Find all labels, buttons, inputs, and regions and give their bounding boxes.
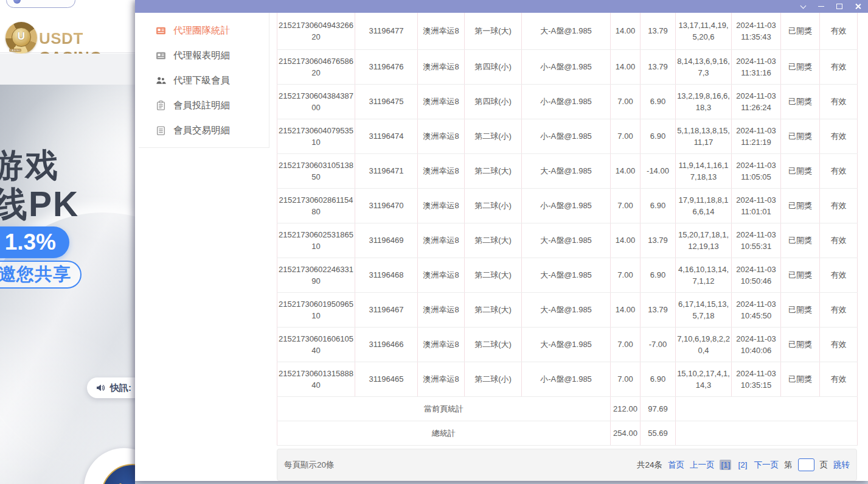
page-jump-input[interactable] [798,458,814,471]
table-row: 215217306013158884031196465澳洲幸运8第二球(小)小-… [277,362,858,396]
bet-amount-cell: 14.00 [611,49,641,84]
bet-content-cell: 小-A盤@1.985 [522,362,611,396]
play-type-cell: 第二球(大) [465,258,522,292]
member-id-cell: 31196471 [355,153,418,188]
bridge-logo-icon [101,464,135,484]
site-header: U CASINO USDT CASINO [0,9,135,53]
valid-status-cell: 有效 [820,188,858,223]
table-row: 215217306046765862031196476澳洲幸运8第四球(小)小-… [277,49,858,84]
win-amount-cell: 6.90 [641,188,676,223]
page-link-1[interactable]: [1] [720,460,731,470]
prev-page-link[interactable]: 上一页 [690,460,715,471]
member-id-cell: 31196467 [355,292,418,327]
clipboard-icon [156,100,166,111]
bet-content-cell: 大-A盤@1.985 [522,223,611,258]
pagination: 共24条 首页 上一页 [1] [2] 下一页 第 页 跳转 [637,458,850,471]
page-summary-row: 當前頁統計 212.00 97.69 [277,396,858,421]
window-body: 代理團隊統計 代理報表明細 代理下級會員 [135,13,868,481]
draw-result-cell: 15,10,2,17,4,1,14,3 [676,362,732,396]
banner-title-line2: 线PK [0,181,79,228]
ticker-label: 快訊: [110,382,131,394]
bet-amount-cell: 7.00 [611,84,641,119]
next-page-link[interactable]: 下一页 [754,460,779,471]
member-id-cell: 31196465 [355,362,418,396]
bet-amount-cell: 7.00 [611,188,641,223]
game-name-cell: 澳洲幸运8 [418,119,465,153]
total-summary-spacer [676,421,858,445]
game-name-cell: 澳洲幸运8 [418,327,465,362]
sidebar-item-agent-downline-members[interactable]: 代理下級會員 [139,68,269,93]
bet-content-cell: 大-A盤@1.985 [522,258,611,292]
play-type-cell: 第二球(大) [465,153,522,188]
draw-status-cell: 已開獎 [781,258,820,292]
sidebar-item-label: 代理下級會員 [173,74,230,87]
order-no-cell: 2152173060195096510 [277,292,355,327]
bet-content-cell: 小-A盤@1.985 [522,119,611,153]
bet-time-cell: 2024-11-03 10:35:15 [732,362,781,396]
page-summary-label: 當前頁統計 [277,396,611,421]
page-link-2[interactable]: [2] [737,460,748,470]
header-sub-band [0,54,135,85]
speaker-icon [95,383,105,393]
game-name-cell: 澳洲幸运8 [418,84,465,119]
window-titlebar[interactable] [135,0,868,13]
bet-table-body: 215217306049432662031196477澳洲幸运8第一球(大)大-… [277,13,858,396]
play-type-cell: 第一球(大) [465,13,522,49]
play-type-cell: 第二球(小) [465,362,522,396]
play-type-cell: 第二球(大) [465,223,522,258]
bet-time-cell: 2024-11-03 11:31:16 [732,49,781,84]
table-row: 215217306043843870031196475澳洲幸运8第四球(小)小-… [277,84,858,119]
valid-status-cell: 有效 [820,292,858,327]
win-amount-cell: 13.79 [641,223,676,258]
draw-result-cell: 13,17,11,4,19,5,20,6 [676,13,732,49]
draw-status-cell: 已開獎 [781,119,820,153]
bet-table-summary: 當前頁統計 212.00 97.69 總統計 254.00 55.69 [277,396,858,445]
agent-report-window: 代理團隊統計 代理報表明細 代理下級會員 [135,0,868,481]
sidebar-item-agent-team-stats[interactable]: 代理團隊統計 [139,18,269,43]
jump-button[interactable]: 跳转 [833,460,850,471]
chevron-down-icon[interactable] [796,0,810,13]
draw-result-cell: 11,9,14,1,16,17,18,13 [676,153,732,188]
bet-content-cell: 小-A盤@1.985 [522,84,611,119]
draw-status-cell: 已開獎 [781,223,820,258]
draw-result-cell: 17,9,11,18,8,16,6,14 [676,188,732,223]
order-no-cell: 2152173060131588840 [277,362,355,396]
bet-amount-cell: 7.00 [611,362,641,396]
member-id-cell: 31196475 [355,84,418,119]
maximize-icon[interactable] [833,0,846,13]
report-card-icon [156,26,166,36]
order-no-cell: 2152173060224633190 [277,258,355,292]
page-summary-bet: 212.00 [611,396,641,421]
win-amount-cell: 6.90 [641,84,676,119]
valid-status-cell: 有效 [820,362,858,396]
bet-amount-cell: 7.00 [611,258,641,292]
sidebar-item-label: 會員交易明細 [173,124,230,137]
total-count-label: 共24条 [637,460,662,471]
sidebar-item-agent-report-detail[interactable]: 代理報表明細 [139,43,269,68]
bet-content-cell: 大-A盤@1.985 [522,153,611,188]
sidebar-item-member-bet-detail[interactable]: 會員投註明細 [139,93,269,118]
game-name-cell: 澳洲幸运8 [418,258,465,292]
valid-status-cell: 有效 [820,49,858,84]
member-id-cell: 31196470 [355,188,418,223]
usdt-coin-logo-icon: U CASINO [5,22,37,54]
game-name-cell: 澳洲幸运8 [418,188,465,223]
coin-ribbon-label: CASINO [9,49,21,52]
member-id-cell: 31196469 [355,223,418,258]
minimize-icon[interactable] [814,0,828,13]
order-no-cell: 2152173060494326620 [277,13,355,49]
first-page-link[interactable]: 首页 [668,460,684,471]
bet-time-cell: 2024-11-03 10:40:06 [732,327,781,362]
banner-invite-pill: 邀您共享 [0,261,82,289]
valid-status-cell: 有效 [820,84,858,119]
report-sidebar: 代理團隊統計 代理報表明細 代理下級會員 [139,13,269,148]
sidebar-item-member-transaction-detail[interactable]: 會員交易明細 [139,118,269,143]
table-row: 215217306049432662031196477澳洲幸运8第一球(大)大-… [277,13,858,49]
game-name-cell: 澳洲幸运8 [418,362,465,396]
valid-status-cell: 有效 [820,153,858,188]
play-type-cell: 第二球(大) [465,327,522,362]
close-icon[interactable] [851,0,864,13]
valid-status-cell: 有效 [820,119,858,153]
total-summary-row: 總統計 254.00 55.69 [277,421,858,445]
report-card-icon [156,51,166,61]
